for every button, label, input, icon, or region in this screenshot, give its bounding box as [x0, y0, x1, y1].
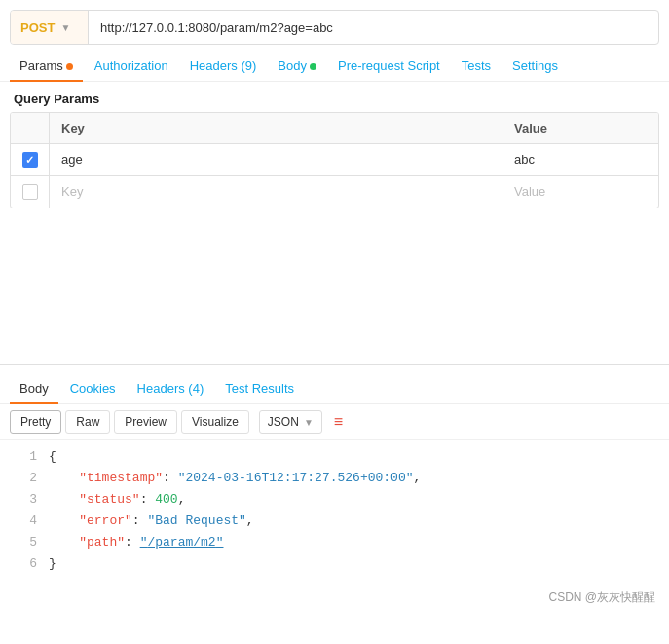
json-format-label: JSON	[268, 415, 299, 429]
tab-params[interactable]: Params	[10, 51, 83, 81]
preview-button[interactable]: Preview	[114, 410, 177, 434]
format-bar: Pretty Raw Preview Visualize JSON ▼ ≡	[0, 404, 669, 440]
line-num-3: 3	[8, 489, 37, 511]
checkbox-unchecked[interactable]	[22, 184, 38, 200]
params-table: Key Value age abc Key Value	[10, 112, 659, 208]
resp-tab-body[interactable]: Body	[10, 373, 58, 403]
method-dropdown[interactable]: POST ▼	[11, 11, 89, 44]
line-num-4: 4	[8, 511, 37, 532]
row2-key-placeholder[interactable]: Key	[50, 176, 502, 208]
resp-tab-test-results[interactable]: Test Results	[215, 373, 304, 403]
resp-tab-headers[interactable]: Headers (4)	[128, 373, 214, 403]
checkbox-checked[interactable]	[22, 152, 38, 168]
line-num-1: 1	[8, 446, 37, 468]
code-content-2: "timestamp": "2024-03-16T12:17:27.526+00…	[49, 468, 421, 489]
code-line-5: 5 "path": "/param/m2"	[0, 532, 669, 553]
code-content-6: }	[49, 553, 56, 575]
line-num-2: 2	[8, 468, 37, 489]
value-header: Value	[502, 113, 658, 143]
tab-authorization[interactable]: Authorization	[85, 51, 178, 81]
body-dot	[310, 63, 316, 70]
code-content-4: "error": "Bad Request",	[49, 511, 254, 532]
pretty-button[interactable]: Pretty	[10, 410, 61, 434]
table-row: age abc	[11, 144, 658, 176]
table-header: Key Value	[11, 113, 658, 144]
tab-headers[interactable]: Headers (9)	[180, 51, 267, 81]
filter-icon[interactable]: ≡	[334, 413, 343, 431]
key-header: Key	[50, 113, 502, 143]
check-header	[11, 113, 50, 143]
code-line-4: 4 "error": "Bad Request",	[0, 511, 669, 532]
tab-body[interactable]: Body	[268, 51, 326, 81]
table-row: Key Value	[11, 176, 658, 208]
raw-button[interactable]: Raw	[65, 410, 110, 434]
code-content-5: "path": "/param/m2"	[49, 532, 223, 553]
tab-headers-label: Headers (9)	[190, 58, 257, 73]
request-tabs: Params Authorization Headers (9) Body Pr…	[0, 51, 669, 82]
response-section: Body Cookies Headers (4) Test Results Pr…	[0, 373, 669, 582]
tab-tests[interactable]: Tests	[452, 51, 501, 81]
method-label: POST	[20, 20, 55, 35]
code-line-2: 2 "timestamp": "2024-03-16T12:17:27.526+…	[0, 468, 669, 489]
section-divider	[0, 364, 669, 365]
visualize-button[interactable]: Visualize	[181, 410, 249, 434]
format-chevron-icon: ▼	[304, 417, 314, 428]
resp-tab-cookies[interactable]: Cookies	[60, 373, 126, 403]
line-num-5: 5	[8, 532, 37, 553]
row1-value[interactable]: abc	[502, 144, 658, 175]
code-line-6: 6 }	[0, 553, 669, 575]
url-bar: POST ▼	[10, 10, 659, 45]
row1-check[interactable]	[11, 144, 50, 175]
row2-value-placeholder[interactable]: Value	[502, 176, 658, 208]
tab-pre-request[interactable]: Pre-request Script	[328, 51, 450, 81]
url-input[interactable]	[89, 20, 658, 35]
line-num-6: 6	[8, 553, 37, 575]
json-format-dropdown[interactable]: JSON ▼	[259, 410, 322, 434]
query-params-title: Query Params	[0, 82, 669, 112]
watermark: CSDN @灰灰快醒醒	[0, 582, 669, 614]
row1-key[interactable]: age	[50, 144, 502, 175]
response-tabs: Body Cookies Headers (4) Test Results	[0, 373, 669, 404]
chevron-down-icon: ▼	[60, 22, 70, 33]
code-line-3: 3 "status": 400,	[0, 489, 669, 511]
code-content-1: {	[49, 446, 56, 468]
tab-settings[interactable]: Settings	[502, 51, 568, 81]
code-line-1: 1 {	[0, 446, 669, 468]
params-dot	[66, 63, 73, 70]
code-content-3: "status": 400,	[49, 489, 185, 511]
response-code-block: 1 { 2 "timestamp": "2024-03-16T12:17:27.…	[0, 440, 669, 582]
row2-check[interactable]	[11, 176, 50, 208]
